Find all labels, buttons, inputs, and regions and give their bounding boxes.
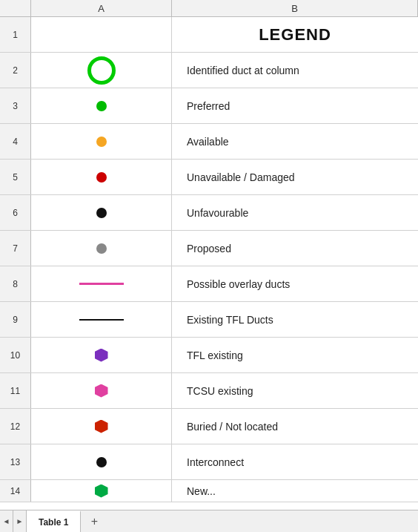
column-headers: A B [0,0,418,17]
table-row: 10 TFL existing [0,338,418,373]
table-row: 2 Identified duct at column [0,53,418,88]
table-row: 7 Proposed [0,231,418,266]
hex-pink-icon [95,384,108,398]
cell-b-9: Existing TFL Ducts [172,302,418,337]
tab-bar: ◄ ► Table 1 + [0,510,418,532]
legend-title: LEGEND [259,25,331,45]
table-row: 3 Preferred [0,88,418,124]
corner-cell [0,0,31,16]
cell-b-14: New... [172,480,418,502]
tab-table1[interactable]: Table 1 [27,510,81,532]
dot-black-icon [96,208,107,218]
cell-a-10 [31,338,172,372]
row-number: 12 [0,409,31,444]
cell-a-4 [31,124,172,159]
table-row: 11 TCSU existing [0,373,418,409]
table-row: 9 Existing TFL Ducts [0,302,418,338]
tab-scroll-right-button[interactable]: ► [13,510,27,532]
line-black-icon [79,319,124,321]
hex-purple-icon [95,349,108,362]
spreadsheet: A B 1 LEGEND 2 Identified duct at column… [0,0,418,510]
cell-b-2: Identified duct at column [172,53,418,88]
col-header-b: B [172,0,418,16]
dot-green-icon [96,101,107,111]
table-row: 1 LEGEND [0,17,418,53]
cell-a-13 [31,444,172,479]
cell-a-1 [31,17,172,52]
cell-b-13: Interconnect [172,444,418,479]
cell-a-2 [31,53,172,88]
table-row: 14 New... [0,480,418,502]
table-row: 6 Unfavourable [0,195,418,231]
dot-red-icon [96,172,107,183]
row-number: 4 [0,124,31,159]
table-row: 5 Unavailable / Damaged [0,160,418,195]
row-number: 11 [0,373,31,408]
add-tab-button[interactable]: + [84,510,104,532]
row-number: 6 [0,195,31,230]
cell-b-10: TFL existing [172,338,418,372]
cell-b-3: Preferred [172,88,418,123]
cell-a-3 [31,88,172,123]
cell-b-8: Possible overlay ducts [172,266,418,301]
cell-a-7 [31,231,172,266]
cell-b-5: Unavailable / Damaged [172,160,418,194]
cell-a-6 [31,195,172,230]
cell-a-9 [31,302,172,337]
row-number: 5 [0,160,31,194]
row-number: 3 [0,88,31,123]
cell-b-4: Available [172,124,418,159]
dot-black-interconnect-icon [96,457,107,467]
row-number: 13 [0,444,31,479]
cell-a-12 [31,409,172,444]
table-row: 8 Possible overlay ducts [0,266,418,302]
table-row: 13 Interconnect [0,444,418,480]
tab-scroll-left-button[interactable]: ◄ [0,510,13,532]
cell-a-8 [31,266,172,301]
cell-b-11: TCSU existing [172,373,418,408]
cell-b-7: Proposed [172,231,418,266]
cell-a-14 [31,480,172,502]
col-header-a: A [31,0,172,16]
cell-b-1: LEGEND [172,17,418,52]
row-number: 9 [0,302,31,337]
row-number: 1 [0,17,31,52]
hex-red-icon [95,420,108,433]
row-number: 10 [0,338,31,372]
row-number: 14 [0,480,31,502]
cell-a-5 [31,160,172,194]
cell-b-6: Unfavourable [172,195,418,230]
cell-b-12: Buried / Not located [172,409,418,444]
dot-gray-icon [96,243,107,254]
row-number: 7 [0,231,31,266]
line-pink-icon [79,283,124,285]
table-row: 12 Buried / Not located [0,409,418,444]
table-row: 4 Available [0,124,418,160]
dot-orange-icon [96,137,107,147]
grid-body: 1 LEGEND 2 Identified duct at column 3 P… [0,17,418,510]
row-number: 8 [0,266,31,301]
hex-green-icon [95,485,108,498]
row-number: 2 [0,53,31,88]
circle-outline-icon [87,56,116,85]
cell-a-11 [31,373,172,408]
